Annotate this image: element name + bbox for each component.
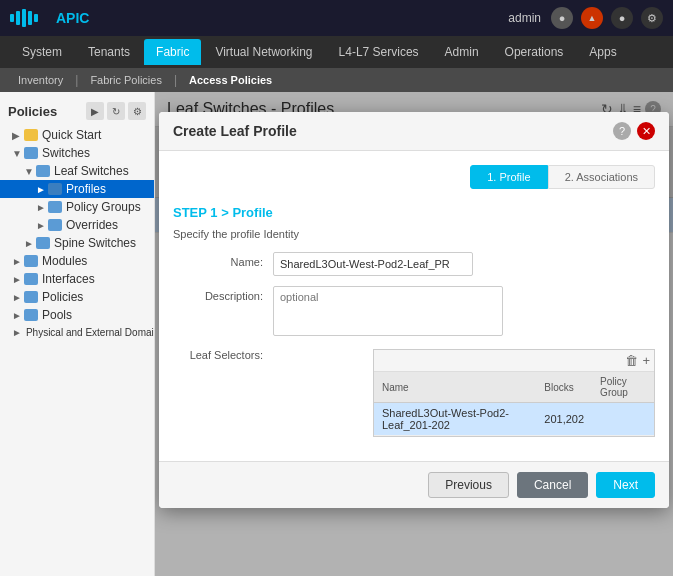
settings-icon[interactable]: ⚙ [641,7,663,29]
leaf-selectors-label: Leaf Selectors: [173,349,273,361]
pools-icon [24,309,38,321]
quick-start-icon [24,129,38,141]
ls-delete-icon[interactable]: 🗑 [625,353,638,368]
svg-rect-3 [28,11,32,25]
create-leaf-profile-modal: Create Leaf Profile ? ✕ 1. Profile 2. As… [159,112,669,508]
tree-arrow-icon: ▼ [12,148,24,159]
sidebar-item-label: Spine Switches [54,236,136,250]
modal-help-icon[interactable]: ? [613,122,631,140]
name-input[interactable] [273,252,473,276]
tab-associations[interactable]: 2. Associations [548,165,655,189]
sidebar-item-label: Physical and External Domains [26,327,155,338]
next-button[interactable]: Next [596,472,655,498]
modal-header: Create Leaf Profile ? ✕ [159,112,669,151]
sidebar-item-label: Overrides [66,218,118,232]
sidebar-item-policies[interactable]: ► Policies [0,288,154,306]
tree-arrow-icon: ► [12,256,24,267]
form-row-name: Name: [173,252,655,276]
sidebar-item-label: Policies [42,290,83,304]
modal-body: 1. Profile 2. Associations STEP 1 > Prof… [159,151,669,461]
modal-overlay: Create Leaf Profile ? ✕ 1. Profile 2. As… [155,92,673,576]
subnav-inventory[interactable]: Inventory [10,72,71,88]
nav-fabric[interactable]: Fabric [144,39,201,65]
leaf-switches-icon [36,165,50,177]
search-icon[interactable]: ● [551,7,573,29]
overrides-icon [48,219,62,231]
ls-cell-blocks: 201,202 [536,403,592,436]
main-layout: Policies ▶ ↻ ⚙ ▶ Quick Start ▼ Switches … [0,92,673,576]
modal-header-icons: ? ✕ [613,122,655,140]
topbar: APIC admin ● ▲ ● ⚙ [0,0,673,36]
sidebar-item-overrides[interactable]: ► Overrides [0,216,154,234]
sidebar-item-quick-start[interactable]: ▶ Quick Start [0,126,154,144]
ls-add-icon[interactable]: + [642,353,650,368]
nav-tenants[interactable]: Tenants [76,39,142,65]
sidebar-item-pools[interactable]: ► Pools [0,306,154,324]
app-title: APIC [56,10,89,26]
alert-icon[interactable]: ▲ [581,7,603,29]
switches-icon [24,147,38,159]
sidebar-item-label: Pools [42,308,72,322]
topbar-icons: ● ▲ ● ⚙ [551,7,663,29]
sidebar-item-label: Quick Start [42,128,101,142]
ls-col-policy-group: Policy Group [592,372,654,403]
tree-arrow-icon: ► [12,310,24,321]
interfaces-icon [24,273,38,285]
sidebar-item-modules[interactable]: ► Modules [0,252,154,270]
nav-operations[interactable]: Operations [493,39,576,65]
sidebar-add-icon[interactable]: ▶ [86,102,104,120]
ls-col-name: Name [374,372,536,403]
profiles-icon [48,183,62,195]
previous-button[interactable]: Previous [428,472,509,498]
tab-profile[interactable]: 1. Profile [470,165,547,189]
tree-arrow-icon: ► [12,292,24,303]
sidebar-refresh-icon[interactable]: ↻ [107,102,125,120]
content-area: Leaf Switches - Profiles ↻ ⇓ ≡ ? ▲ Name … [155,92,673,576]
subnav-fabric-policies[interactable]: Fabric Policies [82,72,170,88]
description-label: Description: [173,286,273,302]
modules-icon [24,255,38,267]
sidebar-item-leaf-switches[interactable]: ▼ Leaf Switches [0,162,154,180]
sidebar-settings-icon[interactable]: ⚙ [128,102,146,120]
sidebar-item-label: Modules [42,254,87,268]
policy-groups-icon [48,201,62,213]
svg-rect-1 [16,11,20,25]
leaf-selectors-container: 🗑 + Name Blocks Policy Group [373,349,655,437]
nav-system[interactable]: System [10,39,74,65]
logo: APIC [10,8,89,28]
svg-rect-0 [10,14,14,22]
sidebar-item-policy-groups[interactable]: ► Policy Groups [0,198,154,216]
modal-title: Create Leaf Profile [173,123,297,139]
ls-cell-policy-group [592,403,654,436]
description-input[interactable] [273,286,503,336]
sidebar-controls: ▶ ↻ ⚙ [86,102,146,120]
sidebar-item-interfaces[interactable]: ► Interfaces [0,270,154,288]
modal-footer: Previous Cancel Next [159,461,669,508]
sidebar-item-physical-domains[interactable]: ► Physical and External Domains [0,324,154,340]
cancel-button[interactable]: Cancel [517,472,588,498]
nav-apps[interactable]: Apps [577,39,628,65]
sidebar-item-spine-switches[interactable]: ► Spine Switches [0,234,154,252]
tree-arrow-icon: ► [36,202,48,213]
sidebar-item-label: Policy Groups [66,200,141,214]
subnav-access-policies[interactable]: Access Policies [181,72,280,88]
user-label: admin [508,11,541,25]
nav-virtual-networking[interactable]: Virtual Networking [203,39,324,65]
sidebar-item-profiles[interactable]: ► Profiles [0,180,154,198]
user-icon[interactable]: ● [611,7,633,29]
table-row[interactable]: SharedL3Out-West-Pod2-Leaf_201-202 201,2… [374,403,654,436]
modal-close-icon[interactable]: ✕ [637,122,655,140]
sidebar-item-label: Switches [42,146,90,160]
nav-l4-l7[interactable]: L4-L7 Services [327,39,431,65]
svg-rect-2 [22,9,26,27]
description-field [273,286,655,339]
nav-admin[interactable]: Admin [433,39,491,65]
sidebar-item-switches[interactable]: ▼ Switches [0,144,154,162]
navbar: System Tenants Fabric Virtual Networking… [0,36,673,68]
leaf-selectors-table: Name Blocks Policy Group SharedL3Out-Wes… [374,372,654,436]
name-label: Name: [173,252,273,268]
ls-cell-name: SharedL3Out-West-Pod2-Leaf_201-202 [374,403,536,436]
sidebar-header: Policies ▶ ↻ ⚙ [0,96,154,126]
tree-arrow-icon: ► [12,327,22,338]
tree-arrow-icon: ▼ [24,166,36,177]
